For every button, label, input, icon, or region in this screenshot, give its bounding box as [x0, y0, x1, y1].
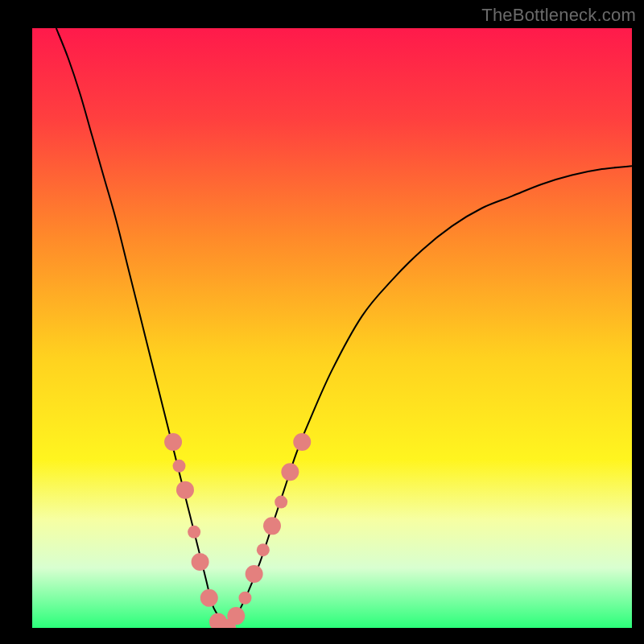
- highlight-dot: [238, 592, 251, 605]
- highlight-dot: [188, 526, 200, 539]
- highlight-dot: [192, 553, 209, 571]
- highlight-dot: [227, 607, 245, 625]
- highlight-dot: [176, 481, 194, 499]
- highlight-dot: [263, 517, 281, 535]
- highlight-dot: [164, 433, 182, 451]
- highlight-dot: [173, 460, 186, 473]
- chart-stage: TheBottleneck.com: [0, 0, 644, 644]
- watermark-text: TheBottleneck.com: [481, 5, 636, 26]
- highlight-dot: [257, 543, 270, 556]
- highlight-dot: [200, 589, 218, 607]
- bottleneck-chart: [32, 28, 632, 628]
- highlight-dot: [275, 496, 287, 509]
- highlight-dot: [293, 433, 311, 451]
- highlight-dot: [281, 463, 299, 481]
- highlight-dot: [246, 565, 263, 583]
- plot-background: [32, 28, 632, 628]
